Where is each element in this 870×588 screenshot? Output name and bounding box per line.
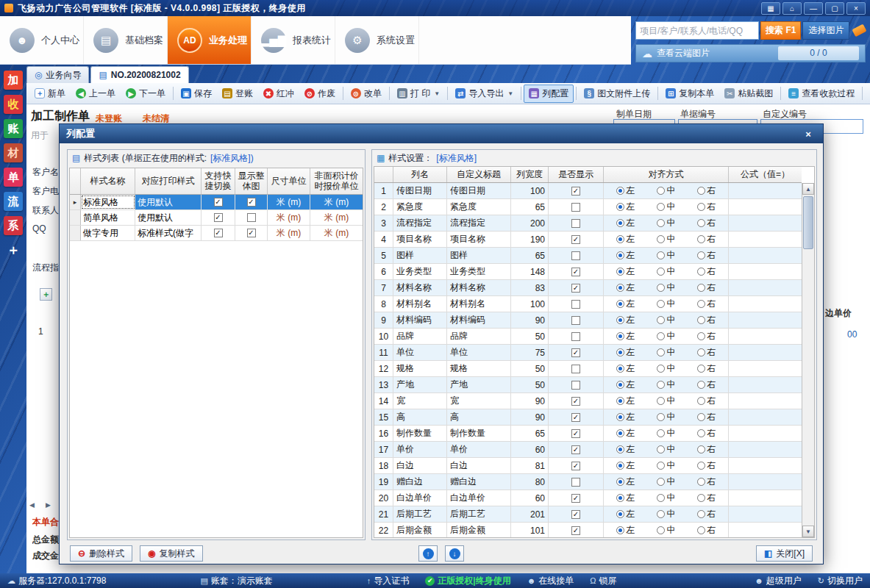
checkbox[interactable]: ✓ [571, 268, 580, 276]
radio-icon[interactable] [697, 300, 705, 308]
checkbox[interactable]: ✓ [571, 397, 580, 406]
checkbox[interactable]: ✓ [571, 494, 580, 503]
align-option[interactable]: 中 [657, 459, 676, 472]
print-button[interactable]: ▥打 印▼ [392, 85, 445, 103]
column-name-cell[interactable]: 品牌 [393, 329, 447, 344]
statusbar-item-lock-screen[interactable]: Ω锁屏 [590, 575, 616, 587]
column-name-cell[interactable]: 高 [393, 409, 447, 425]
formula-cell[interactable] [729, 215, 802, 231]
column-width-cell[interactable]: 83 [511, 280, 549, 295]
style-settings-row[interactable]: 22后期金额后期金额101✓左中右 [374, 523, 802, 537]
scroll-up-icon[interactable]: ▲ [802, 183, 814, 195]
formula-cell[interactable] [729, 312, 802, 328]
formula-cell[interactable] [729, 377, 802, 392]
column-name-cell[interactable]: 传图日期 [393, 183, 447, 198]
column-name-cell[interactable]: 紧急度 [393, 199, 447, 215]
checkbox[interactable] [571, 219, 580, 228]
style-settings-row[interactable]: 20白边单价白边单价60✓左中右 [374, 490, 802, 506]
formula-cell[interactable] [729, 248, 802, 263]
custom-title-cell[interactable]: 流程指定 [447, 215, 511, 231]
align-option[interactable]: 右 [697, 411, 716, 423]
sidebar-item-cai[interactable]: 材 [4, 143, 23, 162]
align-option[interactable]: 右 [697, 249, 716, 262]
align-option[interactable]: 中 [657, 282, 676, 294]
align-option[interactable]: 左 [616, 346, 635, 359]
checkbox[interactable]: ✓ [571, 284, 580, 293]
custom-title-cell[interactable]: 产地 [447, 377, 511, 392]
radio-icon[interactable] [616, 445, 624, 453]
style-settings-row[interactable]: 2紧急度紧急度65左中右 [374, 199, 802, 215]
checkbox[interactable] [247, 213, 256, 222]
radio-icon[interactable] [697, 203, 705, 211]
column-name-cell[interactable]: 材料名称 [393, 280, 447, 295]
align-option[interactable]: 中 [657, 233, 676, 245]
formula-cell[interactable] [729, 361, 802, 376]
import-export-button[interactable]: ⇄导入导出▼ [450, 85, 518, 103]
align-option[interactable]: 左 [616, 508, 635, 520]
maximize-icon[interactable]: ▢ [825, 2, 844, 15]
column-width-cell[interactable]: 65 [511, 199, 549, 215]
formula-cell[interactable] [729, 280, 802, 295]
custom-title-cell[interactable]: 材料别名 [447, 296, 511, 312]
size-unit-cell[interactable]: 米 (m) [268, 195, 310, 209]
align-option[interactable]: 右 [697, 233, 716, 245]
radio-icon[interactable] [657, 365, 665, 373]
sidebar-item-liu[interactable]: 流 [4, 192, 23, 211]
statusbar-item-account-set[interactable]: ▤账套：演示账套 [200, 575, 272, 587]
radio-icon[interactable] [616, 332, 624, 340]
radio-icon[interactable] [657, 413, 665, 421]
radio-icon[interactable] [657, 235, 665, 243]
radio-icon[interactable] [697, 268, 705, 276]
align-option[interactable]: 左 [616, 524, 635, 537]
align-option[interactable]: 左 [616, 476, 635, 488]
home-icon[interactable]: ⌂ [782, 2, 802, 15]
formula-cell[interactable] [729, 458, 802, 473]
align-option[interactable]: 左 [616, 459, 635, 472]
sidebar-item-shou[interactable]: 收 [4, 95, 23, 114]
radio-icon[interactable] [657, 494, 665, 502]
style-settings-row[interactable]: 9材料编码材料编码90左中右 [374, 312, 802, 329]
align-option[interactable]: 右 [697, 330, 716, 343]
custom-title-cell[interactable]: 白边单价 [447, 490, 511, 506]
statusbar-item-super-user[interactable]: ☻超级用户 [755, 575, 802, 587]
radio-icon[interactable] [697, 429, 705, 437]
radio-icon[interactable] [697, 187, 705, 195]
style-settings-row[interactable]: 11单位单位75✓左中右 [374, 345, 802, 361]
formula-cell[interactable] [729, 296, 802, 312]
column-width-cell[interactable]: 50 [511, 377, 549, 392]
radio-icon[interactable] [616, 251, 624, 259]
column-name-cell[interactable]: 材料编码 [393, 312, 447, 328]
column-name-cell[interactable]: 赠白边 [393, 474, 447, 490]
radio-icon[interactable] [616, 187, 624, 195]
radio-icon[interactable] [657, 429, 665, 437]
align-option[interactable]: 中 [657, 476, 676, 488]
quote-unit-cell[interactable]: 米 (m) [310, 195, 363, 209]
column-width-cell[interactable]: 100 [511, 296, 549, 312]
align-option[interactable]: 右 [697, 379, 716, 391]
radio-icon[interactable] [657, 510, 665, 518]
add-row-button[interactable]: ＋ [40, 288, 52, 301]
grid-scroll-right-icon[interactable]: ▶ [46, 501, 51, 509]
radio-icon[interactable] [616, 348, 624, 356]
align-option[interactable]: 右 [697, 395, 716, 407]
payment-process-button[interactable]: ≡查看收款过程 [783, 85, 860, 103]
custom-title-cell[interactable]: 材料编码 [447, 312, 511, 328]
scrollbar-track[interactable] [802, 195, 814, 526]
style-settings-column-header[interactable]: 对齐方式 [604, 167, 729, 182]
column-width-cell[interactable]: 90 [511, 393, 549, 409]
checkbox[interactable]: ✓ [214, 198, 223, 207]
custom-title-cell[interactable]: 单价 [447, 442, 511, 457]
align-option[interactable]: 左 [616, 298, 635, 310]
custom-title-cell[interactable]: 材料名称 [447, 280, 511, 295]
radio-icon[interactable] [697, 365, 705, 373]
style-settings-column-header[interactable]: 是否显示 [549, 167, 604, 182]
style-settings-row[interactable]: 17单价单价60✓左中右 [374, 442, 802, 458]
style-list-column-header[interactable]: 支持快捷切换 [202, 168, 235, 194]
style-list-row[interactable]: ▸标准风格使用默认✓✓米 (m)米 (m) [70, 195, 363, 210]
print-style-cell[interactable]: 使用默认 [135, 210, 202, 225]
align-option[interactable]: 右 [697, 265, 716, 278]
ribbon-tab-business-processing[interactable]: AD业务处理 [168, 16, 252, 64]
save-button[interactable]: ▣保存 [176, 85, 217, 103]
style-settings-row[interactable]: 10品牌品牌50左中右 [374, 329, 802, 345]
style-list-column-header[interactable]: 显示整体图 [235, 168, 268, 194]
